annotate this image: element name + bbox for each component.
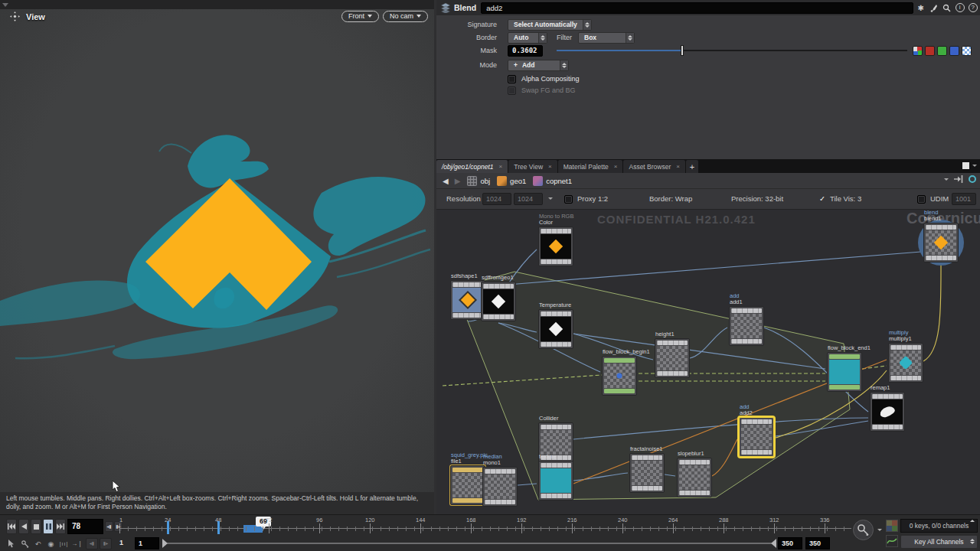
prev-key-button[interactable]: ◂▮ [105,521,113,532]
node-flag-bar[interactable] [731,308,762,313]
node-flag-bar[interactable] [541,311,571,316]
network-editor[interactable]: CONFIDENTIAL H21.0.421 Copernicus [436,210,980,514]
camera-menu[interactable]: No cam [383,11,428,22]
motion-fx-icon[interactable] [886,535,898,547]
node-temperature[interactable]: Temperature [538,309,573,349]
tab-close-icon[interactable]: × [499,163,503,170]
breadcrumb-obj[interactable]: obj [467,176,490,186]
mask-slider-handle[interactable] [681,45,684,56]
node-flag-bar[interactable] [829,385,860,390]
tab-tree-view[interactable]: Tree View× [508,160,557,173]
retime-icon[interactable]: |ıı| [58,538,70,549]
range-end-field[interactable]: 350 [778,537,802,549]
node-flag-bar[interactable] [541,342,571,347]
tab-material-palette[interactable]: Material Palette× [558,160,623,173]
node-flag-bar[interactable] [926,225,956,230]
node-flag-bar[interactable] [541,494,571,498]
node-multiply1[interactable]: multiplymultiply1 [888,343,923,383]
node-body[interactable] [629,453,665,493]
node-body[interactable] [482,467,518,507]
red-channel-button[interactable] [925,46,935,56]
node-flag-bar[interactable] [483,284,514,289]
node-body[interactable] [538,309,573,349]
node-texture[interactable]: texture [538,461,573,500]
range-end-field2[interactable]: 350 [805,537,830,549]
node-flag-bar[interactable] [452,313,483,318]
tab-close-icon[interactable]: × [676,163,680,170]
node-body[interactable] [481,282,516,321]
swap-fg-bg-checkbox[interactable] [508,86,516,95]
node-flag-bar[interactable] [926,256,956,260]
node-add2[interactable]: addadd2 [739,417,774,457]
node-flag-bar[interactable] [872,425,903,429]
timeline-ruler[interactable]: 69 1244872961201441681922162402642883123… [119,517,851,536]
jump-to-start-button[interactable] [6,519,17,534]
node-flag-bar[interactable] [731,339,762,344]
node-name-field[interactable]: add2 [481,2,913,14]
node-flag-bar[interactable] [485,500,515,504]
node-flow_block_begin1[interactable]: flow_block_begin1 [602,356,637,396]
follow-focus-icon[interactable] [969,175,976,183]
play-forward-button[interactable] [55,519,66,534]
rgba-view-button[interactable] [913,46,923,56]
node-body[interactable] [655,338,690,378]
undo-icon[interactable]: ↶ [32,538,44,549]
keyframe-tick[interactable] [217,521,220,534]
resolution-menu-icon[interactable] [548,197,553,200]
pause-button[interactable] [43,519,54,534]
node-flag-bar[interactable] [890,345,921,350]
node-flag-bar[interactable] [657,371,688,376]
node-flag-bar[interactable] [632,486,662,491]
node-flag-bar[interactable] [890,376,921,380]
range-start-field[interactable]: 1 [135,537,159,549]
udim-value-field[interactable]: 1001 [952,193,976,205]
help-icon[interactable]: ? [967,2,978,14]
range-slider-left-handle[interactable] [162,539,168,548]
node-flag-bar[interactable] [452,282,483,287]
border-dropdown[interactable]: Auto [508,32,547,44]
key-all-channels-button[interactable]: Key All Channels [900,535,978,549]
path-history-icon[interactable] [944,178,949,181]
range-slider[interactable] [167,543,772,544]
tab-close-icon[interactable]: × [548,163,552,170]
alpha-channel-button[interactable] [962,46,972,56]
node-flag-bar[interactable] [679,491,710,495]
select-tool-icon[interactable] [6,538,18,549]
node-remap1[interactable]: remap1 [870,392,905,432]
node-slopeblur1[interactable]: slopeblur1 [677,458,712,497]
node-flag-bar[interactable] [604,358,635,363]
node-flag-bar[interactable] [741,450,772,455]
udim-checkbox[interactable] [917,195,926,204]
range-slider-right-handle[interactable] [771,539,776,548]
blue-channel-button[interactable] [949,46,959,56]
node-body[interactable] [827,352,862,392]
node-body[interactable] [538,461,573,500]
set-key-button[interactable] [853,520,874,540]
node-blend1[interactable]: blendblend1 [923,223,959,262]
node-flag-bar[interactable] [483,315,514,319]
info-icon[interactable]: i [954,2,965,14]
view-direction-menu[interactable]: Front [341,11,379,22]
node-body[interactable] [739,417,774,457]
signature-dropdown[interactable]: Select Automatically [508,19,592,31]
green-channel-button[interactable] [937,46,947,56]
node-fractalnoise1[interactable]: fractalnoise1 [629,453,665,493]
set-key-tool-icon[interactable] [19,538,31,549]
tab-asset-browser[interactable]: Asset Browser× [623,160,684,173]
pin-pane-icon[interactable] [954,175,963,183]
node-sdffromgeo1[interactable]: sdffromgeo1 [481,282,516,321]
node-flag-bar[interactable] [541,259,571,264]
node-body[interactable] [923,223,959,262]
node-body[interactable] [677,458,712,497]
node-body[interactable] [450,465,485,505]
mode-dropdown[interactable]: +Add [508,60,569,71]
node-body[interactable] [538,227,573,266]
alpha-compositing-checkbox[interactable] [508,75,516,83]
goto-range-icon[interactable]: →❘ [71,538,83,549]
range-next-button[interactable]: ▮▸ [100,538,112,549]
back-arrow-icon[interactable]: ◀ [443,177,449,185]
tile-vis-check-icon[interactable]: ✓ [819,194,825,203]
key-options-icon[interactable] [877,529,882,531]
node-flag-bar[interactable] [452,468,483,472]
viewport-canvas[interactable] [0,9,434,492]
